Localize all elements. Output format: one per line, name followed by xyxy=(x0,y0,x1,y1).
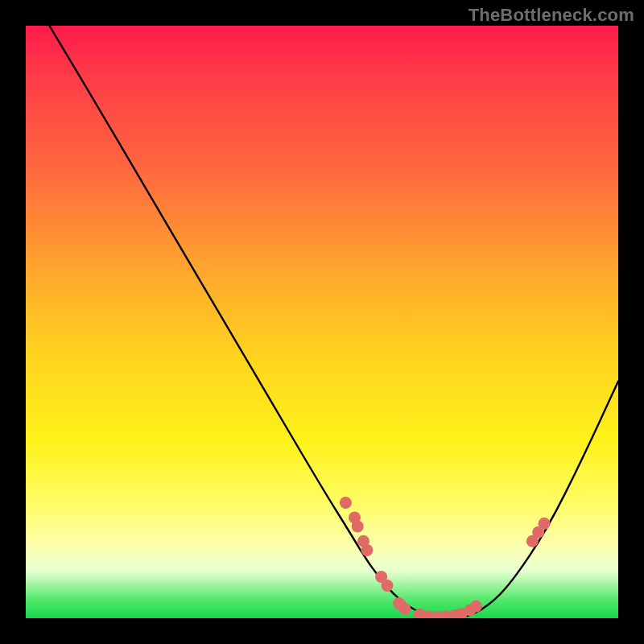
marker-dot xyxy=(352,520,364,532)
curve-layer xyxy=(26,26,618,618)
plot-area xyxy=(26,26,618,618)
watermark-text: TheBottleneck.com xyxy=(469,5,634,26)
marker-dot xyxy=(340,497,352,509)
bottleneck-curve xyxy=(49,26,618,618)
marker-dot xyxy=(361,544,373,556)
marker-dot xyxy=(539,518,551,530)
marker-dot xyxy=(382,580,394,592)
outer-frame: TheBottleneck.com xyxy=(0,0,644,644)
marker-dot xyxy=(399,603,411,615)
marker-dot xyxy=(470,601,482,613)
highlight-markers xyxy=(340,497,551,618)
